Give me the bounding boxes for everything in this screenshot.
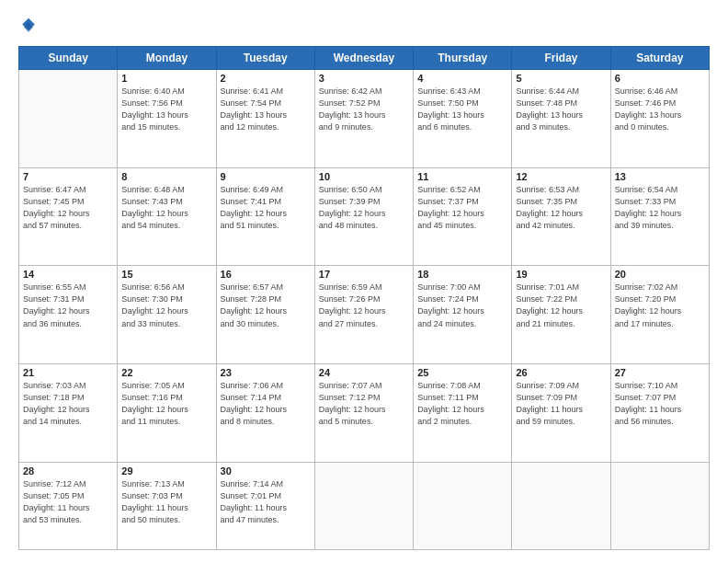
weekday-header-friday: Friday	[512, 47, 610, 70]
day-number: 18	[417, 269, 507, 280]
calendar-cell: 2Sunrise: 6:41 AM Sunset: 7:54 PM Daylig…	[216, 70, 314, 168]
calendar-cell: 3Sunrise: 6:42 AM Sunset: 7:52 PM Daylig…	[314, 70, 413, 168]
week-row-5: 28Sunrise: 7:12 AM Sunset: 7:05 PM Dayli…	[19, 462, 710, 549]
day-info: Sunrise: 7:02 AM Sunset: 7:20 PM Dayligh…	[615, 282, 705, 329]
day-number: 26	[516, 367, 606, 378]
day-info: Sunrise: 6:40 AM Sunset: 7:56 PM Dayligh…	[121, 86, 211, 133]
weekday-header-wednesday: Wednesday	[314, 47, 413, 70]
weekday-header-sunday: Sunday	[19, 47, 118, 70]
day-info: Sunrise: 7:03 AM Sunset: 7:18 PM Dayligh…	[23, 380, 113, 428]
day-number: 5	[516, 73, 606, 84]
calendar-cell: 10Sunrise: 6:50 AM Sunset: 7:39 PM Dayli…	[314, 167, 413, 266]
day-info: Sunrise: 6:41 AM Sunset: 7:54 PM Dayligh…	[221, 86, 311, 133]
day-info: Sunrise: 6:44 AM Sunset: 7:48 PM Dayligh…	[516, 86, 606, 133]
day-number: 23	[221, 367, 311, 378]
day-info: Sunrise: 6:49 AM Sunset: 7:41 PM Dayligh…	[221, 184, 311, 232]
day-number: 16	[221, 269, 311, 280]
week-row-1: 1Sunrise: 6:40 AM Sunset: 7:56 PM Daylig…	[19, 70, 710, 168]
day-number: 22	[121, 367, 211, 378]
day-number: 24	[319, 367, 409, 378]
day-number: 15	[121, 269, 211, 280]
day-info: Sunrise: 7:07 AM Sunset: 7:12 PM Dayligh…	[319, 380, 409, 428]
calendar-cell: 5Sunrise: 6:44 AM Sunset: 7:48 PM Daylig…	[512, 70, 610, 168]
page: SundayMondayTuesdayWednesdayThursdayFrid…	[0, 0, 728, 563]
week-row-4: 21Sunrise: 7:03 AM Sunset: 7:18 PM Dayli…	[19, 364, 710, 463]
day-number: 7	[23, 171, 113, 182]
day-number: 29	[121, 465, 211, 477]
day-number: 25	[417, 367, 507, 378]
calendar-cell: 22Sunrise: 7:05 AM Sunset: 7:16 PM Dayli…	[118, 364, 216, 463]
calendar-cell: 25Sunrise: 7:08 AM Sunset: 7:11 PM Dayli…	[414, 364, 512, 463]
week-row-3: 14Sunrise: 6:55 AM Sunset: 7:31 PM Dayli…	[19, 266, 710, 364]
day-info: Sunrise: 6:43 AM Sunset: 7:50 PM Dayligh…	[417, 86, 507, 133]
day-info: Sunrise: 6:53 AM Sunset: 7:35 PM Dayligh…	[516, 184, 606, 232]
day-number: 12	[516, 171, 606, 182]
day-info: Sunrise: 6:48 AM Sunset: 7:43 PM Dayligh…	[121, 184, 211, 232]
day-info: Sunrise: 7:00 AM Sunset: 7:24 PM Dayligh…	[417, 282, 507, 329]
weekday-header-row: SundayMondayTuesdayWednesdayThursdayFrid…	[19, 47, 710, 70]
calendar-cell: 16Sunrise: 6:57 AM Sunset: 7:28 PM Dayli…	[216, 266, 314, 364]
day-number: 14	[23, 269, 113, 280]
day-number: 13	[615, 171, 705, 182]
day-info: Sunrise: 6:52 AM Sunset: 7:37 PM Dayligh…	[417, 184, 507, 232]
calendar-cell	[314, 462, 413, 549]
calendar-cell: 1Sunrise: 6:40 AM Sunset: 7:56 PM Daylig…	[118, 70, 216, 168]
calendar-cell: 8Sunrise: 6:48 AM Sunset: 7:43 PM Daylig…	[118, 167, 216, 266]
day-number: 27	[615, 367, 705, 378]
calendar-cell: 27Sunrise: 7:10 AM Sunset: 7:07 PM Dayli…	[610, 364, 709, 463]
weekday-header-tuesday: Tuesday	[216, 47, 314, 70]
calendar-cell: 26Sunrise: 7:09 AM Sunset: 7:09 PM Dayli…	[512, 364, 610, 463]
day-number: 19	[516, 269, 606, 280]
day-number: 30	[221, 465, 311, 477]
day-info: Sunrise: 6:50 AM Sunset: 7:39 PM Dayligh…	[319, 184, 409, 232]
calendar-cell: 19Sunrise: 7:01 AM Sunset: 7:22 PM Dayli…	[512, 266, 610, 364]
calendar-cell: 30Sunrise: 7:14 AM Sunset: 7:01 PM Dayli…	[216, 462, 314, 549]
day-number: 1	[121, 73, 211, 84]
calendar-cell: 29Sunrise: 7:13 AM Sunset: 7:03 PM Dayli…	[118, 462, 216, 549]
day-number: 8	[121, 171, 211, 182]
calendar-table: SundayMondayTuesdayWednesdayThursdayFrid…	[18, 46, 710, 550]
day-info: Sunrise: 6:47 AM Sunset: 7:45 PM Dayligh…	[23, 184, 113, 232]
day-number: 21	[23, 367, 113, 378]
day-info: Sunrise: 6:55 AM Sunset: 7:31 PM Dayligh…	[23, 282, 113, 329]
day-info: Sunrise: 6:59 AM Sunset: 7:26 PM Dayligh…	[319, 282, 409, 329]
weekday-header-monday: Monday	[118, 47, 216, 70]
calendar-cell: 14Sunrise: 6:55 AM Sunset: 7:31 PM Dayli…	[19, 266, 118, 364]
day-info: Sunrise: 6:42 AM Sunset: 7:52 PM Dayligh…	[319, 86, 409, 133]
calendar-cell: 4Sunrise: 6:43 AM Sunset: 7:50 PM Daylig…	[414, 70, 512, 168]
calendar-cell: 12Sunrise: 6:53 AM Sunset: 7:35 PM Dayli…	[512, 167, 610, 266]
week-row-2: 7Sunrise: 6:47 AM Sunset: 7:45 PM Daylig…	[19, 167, 710, 266]
day-number: 9	[221, 171, 311, 182]
calendar-cell: 20Sunrise: 7:02 AM Sunset: 7:20 PM Dayli…	[610, 266, 709, 364]
day-info: Sunrise: 7:14 AM Sunset: 7:01 PM Dayligh…	[221, 478, 311, 526]
day-number: 3	[319, 73, 409, 84]
calendar-cell	[19, 70, 118, 168]
calendar-cell: 23Sunrise: 7:06 AM Sunset: 7:14 PM Dayli…	[216, 364, 314, 463]
header	[18, 17, 710, 37]
calendar-cell	[414, 462, 512, 549]
calendar-cell: 17Sunrise: 6:59 AM Sunset: 7:26 PM Dayli…	[314, 266, 413, 364]
day-number: 10	[319, 171, 409, 182]
day-info: Sunrise: 6:46 AM Sunset: 7:46 PM Dayligh…	[615, 86, 705, 133]
calendar-cell	[610, 462, 709, 549]
day-info: Sunrise: 7:06 AM Sunset: 7:14 PM Dayligh…	[221, 380, 311, 428]
day-number: 6	[615, 73, 705, 84]
day-info: Sunrise: 7:09 AM Sunset: 7:09 PM Dayligh…	[516, 380, 606, 428]
calendar-cell: 21Sunrise: 7:03 AM Sunset: 7:18 PM Dayli…	[19, 364, 118, 463]
day-info: Sunrise: 7:13 AM Sunset: 7:03 PM Dayligh…	[121, 478, 211, 526]
day-info: Sunrise: 6:56 AM Sunset: 7:30 PM Dayligh…	[121, 282, 211, 329]
calendar-cell: 18Sunrise: 7:00 AM Sunset: 7:24 PM Dayli…	[414, 266, 512, 364]
logo	[18, 17, 39, 37]
calendar-cell: 28Sunrise: 7:12 AM Sunset: 7:05 PM Dayli…	[19, 462, 118, 549]
calendar-cell	[512, 462, 610, 549]
weekday-header-thursday: Thursday	[414, 47, 512, 70]
day-number: 4	[417, 73, 507, 84]
day-info: Sunrise: 6:54 AM Sunset: 7:33 PM Dayligh…	[615, 184, 705, 232]
day-info: Sunrise: 7:08 AM Sunset: 7:11 PM Dayligh…	[417, 380, 507, 428]
logo-icon	[20, 17, 37, 37]
calendar-cell: 9Sunrise: 6:49 AM Sunset: 7:41 PM Daylig…	[216, 167, 314, 266]
day-number: 28	[23, 465, 113, 477]
calendar-cell: 11Sunrise: 6:52 AM Sunset: 7:37 PM Dayli…	[414, 167, 512, 266]
day-info: Sunrise: 7:01 AM Sunset: 7:22 PM Dayligh…	[516, 282, 606, 329]
day-info: Sunrise: 7:10 AM Sunset: 7:07 PM Dayligh…	[615, 380, 705, 428]
